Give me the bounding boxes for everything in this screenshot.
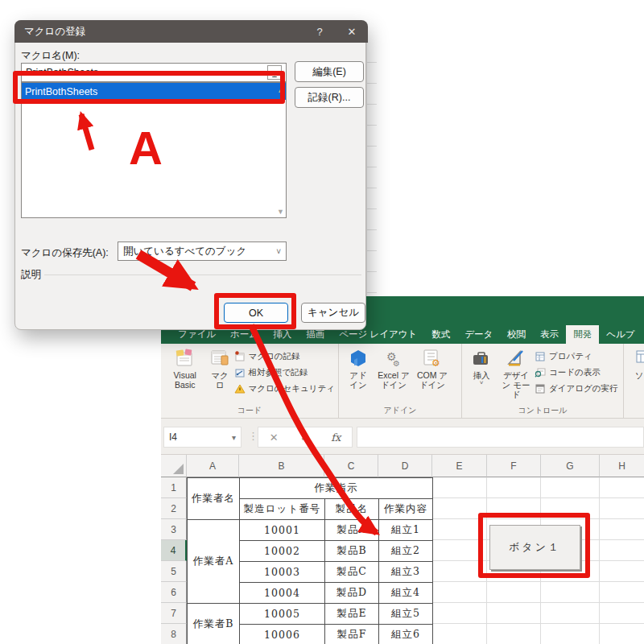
cell-row4-product[interactable]: 製品B (324, 540, 379, 562)
row-header-2[interactable]: 2 (161, 498, 187, 519)
help-icon[interactable]: ? (303, 26, 336, 38)
cell-work-order-title[interactable]: 作業指示 (239, 477, 433, 499)
column-header-F[interactable]: F (487, 455, 541, 477)
excel-addins-button[interactable]: ⚙ ⚙ Excel アドイン (374, 346, 413, 392)
cell[interactable] (432, 603, 487, 624)
macro-security-button[interactable]: マクロのセキュリティ (234, 382, 335, 396)
cell[interactable] (432, 624, 487, 644)
combobox-chevron-icon[interactable]: ˅ (276, 247, 281, 256)
properties-icon (535, 351, 546, 362)
insert-function-icon[interactable]: fx (331, 431, 341, 444)
cell-row3-content[interactable]: 組立1 (378, 519, 433, 541)
cell[interactable] (541, 624, 600, 644)
cell-worker-name-header[interactable]: 作業者名 (187, 477, 240, 520)
cell-row6-content[interactable]: 組立4 (378, 582, 433, 604)
formula-input[interactable] (357, 427, 644, 448)
row-header-6[interactable]: 6 (161, 582, 187, 603)
cell-row4-lot[interactable]: 10002 (239, 540, 325, 562)
cell-content-header[interactable]: 作業内容 (378, 498, 433, 520)
tab-7[interactable]: 校閲 (500, 325, 533, 344)
cancel-icon[interactable]: ✕ (270, 431, 279, 444)
visual-basic-button[interactable]: Visual Basic (164, 346, 206, 392)
tab-9[interactable]: 開発 (566, 325, 599, 344)
cell-lot-header[interactable]: 製造ロット番号 (239, 498, 325, 520)
insert-dropdown-arrow[interactable]: ˅ (480, 380, 484, 386)
column-header-E[interactable]: E (432, 455, 487, 477)
record-macro-button[interactable]: マクロの記録 (234, 349, 335, 364)
cell-row7-product[interactable]: 製品E (324, 603, 379, 625)
macros-in-combobox[interactable]: 開いているすべてのブック ˅ (118, 242, 287, 261)
cell[interactable] (432, 582, 487, 603)
cell-row3-product[interactable]: 製品A (324, 519, 379, 541)
cell-row8-lot[interactable]: 10006 (239, 624, 325, 644)
cell-row7-lot[interactable]: 10005 (239, 603, 325, 625)
cell[interactable] (432, 477, 487, 498)
close-icon[interactable]: ✕ (336, 26, 368, 38)
cell-row6-product[interactable]: 製品D (324, 582, 379, 604)
cell-product-header[interactable]: 製品名 (324, 498, 379, 520)
com-addins-button[interactable]: ⚙ COM アドイン (413, 346, 452, 392)
cell[interactable] (487, 603, 541, 624)
cell-row5-product[interactable]: 製品C (324, 561, 379, 583)
cell-row3-lot[interactable]: 10001 (239, 519, 325, 541)
column-header-D[interactable]: D (378, 455, 432, 477)
column-header-G[interactable]: G (541, 455, 600, 477)
record-button[interactable]: 記録(R)... (295, 87, 364, 108)
macros-icon (209, 349, 230, 368)
cell[interactable] (487, 624, 541, 644)
row-header-4[interactable]: 4 (161, 540, 187, 561)
cancel-button[interactable]: キャンセル (301, 303, 365, 323)
cell[interactable] (487, 477, 541, 498)
addins-button[interactable]: アドイン (342, 346, 374, 392)
column-header-H[interactable]: H (600, 455, 644, 477)
run-dialog-button[interactable]: ダイアログの実行 (535, 382, 617, 396)
cell-row4-content[interactable]: 組立2 (378, 540, 433, 562)
column-header-C[interactable]: C (324, 455, 378, 477)
cell[interactable] (541, 603, 600, 624)
name-box-dropdown-icon[interactable]: ▾ (232, 433, 236, 442)
row-header-1[interactable]: 1 (161, 477, 187, 498)
cell-row6-lot[interactable]: 10004 (239, 582, 325, 604)
cell[interactable] (487, 582, 541, 603)
name-box[interactable]: I4 ▾ (163, 427, 242, 448)
cell-row8-content[interactable]: 組立6 (378, 624, 433, 644)
cell-row5-lot[interactable]: 10003 (239, 561, 325, 583)
cell-row8-product[interactable]: 製品F (324, 624, 379, 644)
row-header-5[interactable]: 5 (161, 561, 187, 582)
cell-worker-a[interactable]: 作業者A (187, 519, 240, 604)
edit-button[interactable]: 編集(E) (295, 61, 364, 82)
macros-button[interactable]: マクロ (206, 346, 234, 392)
tab-5[interactable]: 数式 (424, 325, 457, 344)
design-mode-button[interactable]: デザイン モード (497, 346, 535, 402)
enter-icon[interactable]: ✓ (300, 431, 309, 444)
relative-references-button[interactable]: 相対参照で記録 (234, 365, 335, 380)
cell[interactable] (600, 477, 644, 498)
row-header-3[interactable]: 3 (161, 519, 187, 540)
cell-row7-content[interactable]: 組立5 (378, 603, 433, 625)
row-header-7[interactable]: 7 (161, 603, 187, 624)
xml-source-button[interactable]: ソ (627, 346, 644, 382)
macros-label: マクロ (209, 370, 231, 390)
cell[interactable] (600, 561, 644, 582)
cell[interactable] (600, 624, 644, 644)
cell[interactable] (600, 582, 644, 603)
cell[interactable] (541, 477, 600, 498)
tab-8[interactable]: 表示 (533, 325, 566, 344)
properties-button[interactable]: プロパティ (535, 349, 617, 364)
cell-row5-content[interactable]: 組立3 (378, 561, 433, 583)
row-header-8[interactable]: 8 (161, 624, 187, 644)
select-all-corner[interactable] (161, 455, 187, 477)
cell-worker-b[interactable]: 作業者B (187, 603, 240, 644)
tab-6[interactable]: データ (457, 325, 500, 344)
column-header-B[interactable]: B (239, 455, 324, 477)
cell[interactable] (600, 540, 644, 561)
tab-10[interactable]: ヘルプ (599, 325, 642, 344)
view-code-button[interactable]: コードの表示 (535, 365, 617, 380)
cell[interactable] (541, 582, 600, 603)
column-header-A[interactable]: A (187, 455, 239, 477)
cell[interactable] (600, 498, 644, 519)
insert-control-button[interactable]: 挿入 ˅ (465, 346, 497, 389)
cell[interactable] (600, 519, 644, 540)
scroll-down-icon[interactable]: ▼ (277, 208, 284, 216)
cell[interactable] (600, 603, 644, 624)
